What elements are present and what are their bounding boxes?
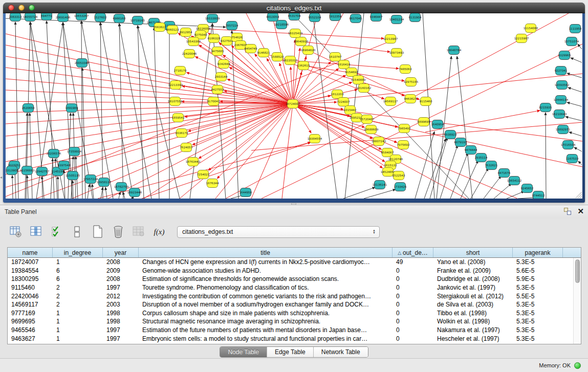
- column-header-short[interactable]: short: [433, 248, 513, 257]
- close-panel-icon[interactable]: ✕: [577, 208, 584, 215]
- column-header-year[interactable]: year: [103, 248, 139, 257]
- citation-edge-red[interactable]: [6, 104, 293, 113]
- function-builder-icon[interactable]: f(x): [153, 225, 166, 238]
- citation-edge-black[interactable]: [25, 113, 27, 199]
- citation-edge-red[interactable]: [182, 86, 288, 103]
- network-window-titlebar[interactable]: citations_edges.txt: [3, 3, 585, 13]
- citation-edge-black[interactable]: [494, 184, 511, 199]
- tab-edge-table[interactable]: Edge Table: [267, 347, 314, 357]
- clear-selection-icon[interactable]: [71, 225, 84, 238]
- citation-edge-red[interactable]: [298, 104, 343, 110]
- citation-edge-black[interactable]: [12, 176, 13, 199]
- citation-edge-black[interactable]: [424, 139, 446, 199]
- show-column-icon[interactable]: [30, 225, 43, 238]
- table-select-combo[interactable]: citations_edges.txt ▲▼: [177, 226, 380, 238]
- scrollbar-thumb[interactable]: [575, 259, 580, 283]
- column-header-pagerank[interactable]: pagerank: [513, 248, 563, 257]
- citation-edge-red[interactable]: [297, 106, 373, 139]
- citation-edge-red[interactable]: [6, 104, 293, 124]
- graph-node-label: 9115460: [420, 100, 432, 103]
- citation-edge-black[interactable]: [73, 181, 73, 199]
- graph-node-label: 6899695: [418, 120, 430, 123]
- vertical-scrollbar[interactable]: [573, 258, 581, 344]
- citation-edge-black[interactable]: [64, 170, 65, 199]
- citation-edge-red[interactable]: [229, 68, 288, 101]
- close-window-button[interactable]: [8, 5, 14, 11]
- table-row[interactable]: 911546021997Tourette syndrome. Phenomeno…: [8, 283, 573, 292]
- citation-edge-black[interactable]: [518, 198, 535, 199]
- citation-edge-black[interactable]: [81, 21, 113, 199]
- column-header-name[interactable]: name: [8, 248, 53, 257]
- sort-asc-icon: △: [398, 250, 401, 255]
- table-row[interactable]: 2242004622012Investigating the contribut…: [8, 292, 573, 300]
- combo-stepper-icon[interactable]: ▲▼: [370, 227, 378, 237]
- citation-edge-black[interactable]: [471, 168, 488, 199]
- citation-edge-red[interactable]: [293, 74, 582, 104]
- citation-edge-red[interactable]: [6, 104, 293, 174]
- citation-edge-red[interactable]: [192, 106, 288, 145]
- table-toolbar: f(x) citations_edges.txt ▲▼: [0, 218, 588, 245]
- memory-ok-indicator[interactable]: [574, 362, 581, 369]
- column-header-title[interactable]: title: [139, 248, 393, 257]
- table-row[interactable]: 946362711997Embryonic stem cells: a mode…: [8, 334, 573, 343]
- citation-edge-black[interactable]: [105, 187, 107, 199]
- delete-table-icon[interactable]: [132, 225, 145, 238]
- citation-edge-black[interactable]: [574, 147, 582, 151]
- citation-edge-red[interactable]: [251, 122, 582, 150]
- column-header-in_degree[interactable]: in_degree: [53, 248, 103, 257]
- table-row[interactable]: 1456911722003Disruption of a novel membe…: [8, 300, 573, 309]
- minimize-window-button[interactable]: [18, 5, 25, 11]
- citation-edge-red[interactable]: [180, 104, 293, 199]
- citation-edge-black[interactable]: [55, 159, 57, 199]
- citation-edge-black[interactable]: [81, 21, 82, 199]
- citation-edge-black[interactable]: [571, 58, 582, 62]
- header-filler: [563, 248, 581, 257]
- citation-edge-black[interactable]: [119, 24, 123, 199]
- citation-edge-black[interactable]: [415, 132, 434, 199]
- select-columns-icon[interactable]: [50, 225, 63, 238]
- table-mode-icon[interactable]: [9, 225, 23, 238]
- citation-edge-red[interactable]: [199, 106, 288, 158]
- table-row[interactable]: 1872400712008Changes of HCN gene express…: [8, 258, 573, 267]
- delete-column-icon[interactable]: [112, 225, 125, 238]
- column-header-out_de[interactable]: △out_de…: [393, 248, 433, 257]
- table-row[interactable]: 977716911998Corpus callosum shape and si…: [8, 309, 573, 318]
- citation-edge-black[interactable]: [313, 13, 337, 199]
- citation-edge-black[interactable]: [27, 176, 28, 199]
- citation-edge-red[interactable]: [217, 107, 289, 179]
- tab-node-table[interactable]: Node Table: [220, 347, 267, 357]
- table-panel-titlebar: Table Panel ✕: [0, 205, 588, 218]
- panel-collapse-arrow[interactable]: ◂: [0, 174, 4, 181]
- citation-edge-black[interactable]: [568, 87, 582, 92]
- table-row[interactable]: 1830029562008Estimation of significance …: [8, 275, 573, 283]
- citation-edge-black[interactable]: [138, 26, 144, 199]
- citation-edge-black[interactable]: [565, 117, 582, 121]
- citation-edge-red[interactable]: [306, 42, 390, 52]
- maximize-window-button[interactable]: [29, 5, 35, 11]
- table-row[interactable]: 946554611997Estimation of the future num…: [8, 326, 573, 335]
- citation-edge-black[interactable]: [30, 113, 32, 199]
- graph-node-label: 8912954: [180, 31, 192, 34]
- graph-node-label: 7857224: [226, 24, 238, 27]
- citation-network-graph[interactable]: 2063313140557248947712069140610653267152…: [6, 13, 582, 199]
- citation-edge-black[interactable]: [578, 161, 582, 165]
- citation-edge-red[interactable]: [291, 67, 293, 99]
- new-column-icon[interactable]: [91, 225, 104, 238]
- citation-edge-black[interactable]: [567, 102, 582, 106]
- citation-edge-black[interactable]: [457, 56, 472, 199]
- network-canvas[interactable]: 2063313140557248947712069140610653267152…: [6, 13, 582, 199]
- table-row[interactable]: 969969511998Structural magnetic resonanc…: [8, 317, 573, 326]
- float-panel-icon[interactable]: [564, 208, 571, 215]
- tab-network-table[interactable]: Network Table: [314, 347, 368, 357]
- citation-edge-black[interactable]: [100, 23, 134, 199]
- citation-edge-black[interactable]: [484, 176, 501, 199]
- citation-edge-black[interactable]: [119, 24, 151, 199]
- table-cell: Estimation of significance thresholds fo…: [139, 275, 393, 282]
- canvas-resize-grip[interactable]: [574, 190, 582, 198]
- citation-edge-black[interactable]: [569, 132, 582, 136]
- citation-edge-black[interactable]: [58, 177, 58, 199]
- citation-edge-black[interactable]: [100, 23, 103, 199]
- citation-edge-red[interactable]: [297, 106, 385, 162]
- citation-edge-black[interactable]: [364, 189, 396, 199]
- table-row[interactable]: 1938455462009Genome-wide association stu…: [8, 267, 573, 275]
